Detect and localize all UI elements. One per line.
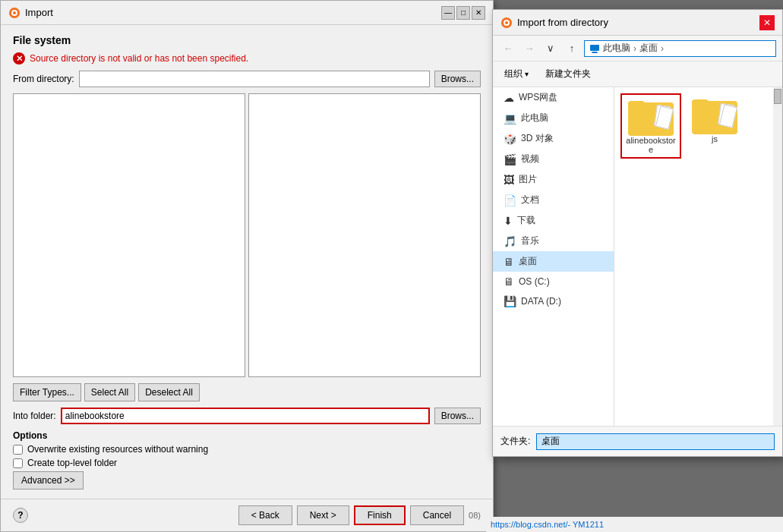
overwrite-label: Overwrite existing resources without war… <box>27 444 208 455</box>
import-dialog-titlebar: Import — □ ✕ <box>1 1 493 25</box>
folder-item-js[interactable]: js <box>684 93 745 159</box>
nav-forward-button[interactable]: → <box>520 40 538 57</box>
import-dialog-title: Import <box>25 7 53 18</box>
sidebar-item-computer[interactable]: 💻 此电脑 <box>493 108 614 128</box>
titlebar-controls: — □ ✕ <box>441 6 485 20</box>
svg-point-2 <box>13 11 16 14</box>
new-folder-label: 新建文件夹 <box>545 68 591 80</box>
downloads-icon: ⬇ <box>504 215 513 227</box>
sidebar-label-music: 音乐 <box>521 235 539 247</box>
overwrite-checkbox-row[interactable]: Overwrite existing resources without war… <box>13 444 481 455</box>
finish-button[interactable]: Finish <box>354 505 406 525</box>
import-dialog: Import — □ ✕ File system ✕ Source direct… <box>0 0 494 532</box>
sidebar-item-desktop[interactable]: 🖥 桌面 <box>493 251 614 272</box>
sidebar-item-music[interactable]: 🎵 音乐 <box>493 231 614 251</box>
error-row: ✕ Source directory is not valid or has n… <box>13 52 481 65</box>
dir-footer: 文件夹: <box>493 426 782 456</box>
error-message: Source directory is not valid or has not… <box>30 53 248 64</box>
breadcrumb-sep-1: › <box>633 43 636 54</box>
version-text: 08) <box>469 511 481 520</box>
folder-item-alinebookstore[interactable]: alinebookstore <box>620 93 681 159</box>
dir-footer-input[interactable] <box>536 433 775 450</box>
advanced-button[interactable]: Advanced >> <box>13 471 84 490</box>
organize-dropdown-icon: ▾ <box>525 70 529 78</box>
sidebar-label-3d: 3D 对象 <box>521 132 554 145</box>
svg-point-5 <box>505 21 508 24</box>
url-bar: https://blog.csdn.net/- YM1211 <box>486 517 783 532</box>
deselect-all-button[interactable]: Deselect All <box>138 383 200 401</box>
eclipse-icon <box>8 7 21 19</box>
create-folder-checkbox[interactable] <box>13 458 23 468</box>
close-button[interactable]: ✕ <box>472 6 485 20</box>
options-section: Options Overwrite existing resources wit… <box>13 430 481 490</box>
sidebar-item-pictures[interactable]: 🖼 图片 <box>493 169 614 190</box>
breadcrumb-item-2: 桌面 <box>639 42 658 55</box>
sidebar-item-documents[interactable]: 📄 文档 <box>493 190 614 210</box>
folder-label-alinebookstore: alinebookstore <box>625 136 677 154</box>
sidebar-label-d-drive: DATA (D:) <box>521 296 561 307</box>
file-panel-left[interactable] <box>13 93 245 377</box>
into-folder-input[interactable] <box>61 408 430 424</box>
scrollbar[interactable] <box>773 87 782 426</box>
sidebar-label-computer: 此电脑 <box>521 112 548 124</box>
create-folder-label: Create top-level folder <box>27 458 117 468</box>
organize-toolbar-item[interactable]: 组织 ▾ <box>499 65 534 83</box>
documents-icon: 📄 <box>504 194 516 206</box>
minimize-button[interactable]: — <box>441 6 455 20</box>
section-title: File system <box>13 34 481 46</box>
from-directory-row: From directory: Brows... <box>13 71 481 87</box>
sidebar-item-d-drive[interactable]: 💾 DATA (D:) <box>493 291 614 311</box>
new-folder-toolbar-item[interactable]: 新建文件夹 <box>540 65 596 83</box>
select-all-button[interactable]: Select All <box>84 383 135 401</box>
dir-close-button[interactable]: ✕ <box>759 15 775 30</box>
overwrite-checkbox[interactable] <box>13 445 23 455</box>
nav-up-button[interactable]: ↑ <box>563 40 581 57</box>
organize-label: 组织 <box>504 68 523 80</box>
from-directory-input[interactable] <box>79 71 430 87</box>
c-drive-icon: 🖥 <box>504 275 514 288</box>
create-folder-checkbox-row[interactable]: Create top-level folder <box>13 458 481 468</box>
nav-dropdown-button[interactable]: ∨ <box>541 40 560 57</box>
breadcrumb-item-1: 此电脑 <box>603 42 630 55</box>
browse-button-1[interactable]: Brows... <box>434 71 481 87</box>
dir-sidebar: ☁ WPS网盘 💻 此电脑 🎲 3D 对象 🎬 视频 🖼 图片 <box>493 87 614 426</box>
sidebar-item-3d[interactable]: 🎲 3D 对象 <box>493 128 614 149</box>
next-button[interactable]: Next > <box>297 505 349 525</box>
options-title: Options <box>13 430 481 441</box>
pictures-icon: 🖼 <box>504 174 514 186</box>
sidebar-item-downloads[interactable]: ⬇ 下载 <box>493 210 614 231</box>
import-from-directory-dialog: Import from directory ✕ ← → ∨ ↑ 此电脑 › 桌面… <box>492 9 783 457</box>
titlebar-left: Import <box>8 7 53 19</box>
maximize-button[interactable]: □ <box>456 6 470 20</box>
dir-dialog-titlebar: Import from directory ✕ <box>493 10 782 36</box>
d-drive-icon: 💾 <box>504 295 516 307</box>
filter-types-button[interactable]: Filter Types... <box>13 383 81 401</box>
sidebar-label-documents: 文档 <box>521 194 539 206</box>
3d-icon: 🎲 <box>504 133 516 145</box>
sidebar-item-wps[interactable]: ☁ WPS网盘 <box>493 87 614 108</box>
back-button[interactable]: < Back <box>238 505 292 525</box>
dir-main: alinebookstore js <box>614 87 782 426</box>
sidebar-item-video[interactable]: 🎬 视频 <box>493 149 614 169</box>
computer-icon <box>589 43 600 54</box>
error-icon: ✕ <box>13 52 25 65</box>
svg-rect-6 <box>590 45 599 51</box>
dir-dialog-icon <box>500 17 513 29</box>
sidebar-label-video: 视频 <box>521 153 539 165</box>
breadcrumb-bar[interactable]: 此电脑 › 桌面 › <box>584 40 776 57</box>
nav-back-button[interactable]: ← <box>499 40 517 57</box>
music-icon: 🎵 <box>504 235 516 247</box>
svg-rect-8 <box>592 52 598 53</box>
dir-body: ☁ WPS网盘 💻 此电脑 🎲 3D 对象 🎬 视频 🖼 图片 <box>493 87 782 426</box>
from-directory-label: From directory: <box>13 74 74 84</box>
svg-rect-7 <box>592 52 597 52</box>
dir-title-left: Import from directory <box>500 17 608 29</box>
file-panel-right[interactable] <box>248 93 481 377</box>
help-button[interactable]: ? <box>13 508 28 523</box>
sidebar-label-pictures: 图片 <box>519 173 537 186</box>
cancel-button[interactable]: Cancel <box>410 505 464 525</box>
folders-grid: alinebookstore js <box>620 93 770 159</box>
folder-label-js: js <box>712 134 718 143</box>
browse-button-2[interactable]: Brows... <box>434 408 481 424</box>
sidebar-item-c-drive[interactable]: 🖥 OS (C:) <box>493 272 614 291</box>
